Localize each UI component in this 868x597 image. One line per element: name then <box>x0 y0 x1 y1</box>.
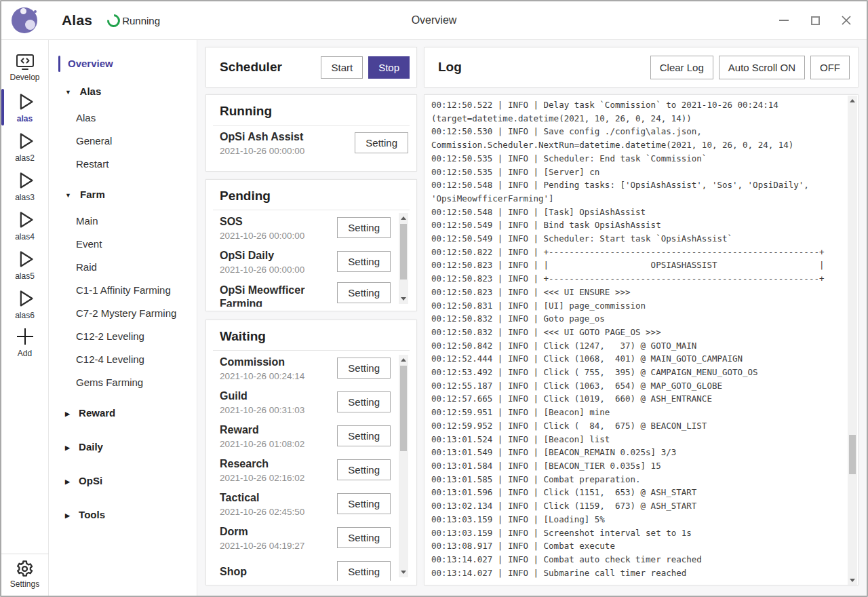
top-bar: Alas Running Overview <box>1 1 867 40</box>
setting-button[interactable]: Setting <box>337 459 391 480</box>
maximize-button[interactable] <box>810 15 821 26</box>
log-line: 00:12:52.444 | INFO | Click (1068, 401) … <box>431 352 846 366</box>
scroll-up-arrow-icon[interactable] <box>401 358 406 362</box>
log-line: 00:13:01.549 | INFO | [BEACON_REMAIN 0.0… <box>431 446 846 459</box>
log-title: Log <box>438 60 645 75</box>
scroll-down-arrow-icon[interactable] <box>401 571 406 574</box>
setting-button[interactable]: Setting <box>337 217 391 238</box>
sidebar-item-restart[interactable]: Restart <box>49 153 197 176</box>
scroll-up-arrow-icon[interactable] <box>401 216 406 220</box>
setting-button[interactable]: Setting <box>337 251 391 272</box>
log-line: 00:12:50.832 | INFO | Goto page_os <box>431 312 846 326</box>
log-line: 00:12:50.831 | INFO | [UI] page_commissi… <box>431 299 846 313</box>
sidebar-item-c12-4-leveling[interactable]: C12-4 Leveling <box>49 348 197 371</box>
setting-button[interactable]: Setting <box>337 391 391 412</box>
sidebar-item-general[interactable]: General <box>49 130 197 153</box>
log-line: 00:13:01.524 | INFO | [Beacon] list <box>431 433 846 446</box>
play-icon <box>15 91 35 113</box>
app-window: Alas Running Overview Develop <box>0 0 868 597</box>
task-name: Shop <box>220 565 337 579</box>
task-row: Reward 2021-10-26 01:08:02 Setting <box>206 419 416 452</box>
running-card: Running OpSi Ash Assist 2021-10-26 00:00… <box>205 94 417 172</box>
setting-button[interactable]: Setting <box>337 282 391 303</box>
setting-button[interactable]: Setting <box>337 527 391 548</box>
scrollbar-thumb[interactable] <box>849 435 856 474</box>
task-name: OpSi Daily <box>220 249 337 263</box>
sidebar-group-reward[interactable]: ▶ Reward <box>49 398 197 428</box>
stop-button[interactable]: Stop <box>368 56 410 79</box>
log-line: 00:12:50.823 | INFO | | OPSIASHASSIST | <box>431 258 846 272</box>
sidebar-item-alas[interactable]: Alas <box>49 107 197 130</box>
rail-item-alas4[interactable]: alas4 <box>1 206 49 245</box>
log-line: 00:13:03.159 | INFO | [Loading] 5% <box>431 513 846 526</box>
log-line: 00:12:59.952 | INFO | Click ( 84, 675) @… <box>431 419 846 433</box>
sidebar-item-event[interactable]: Event <box>49 233 197 256</box>
scheduler-title: Scheduler <box>220 60 315 75</box>
rail-item-alas5[interactable]: alas5 <box>1 245 49 284</box>
sidebar-item-main[interactable]: Main <box>49 210 197 233</box>
sidebar-group-opsi[interactable]: ▶ OpSi <box>49 466 197 496</box>
task-name: OpSi Meowfficer Farming <box>220 284 337 307</box>
setting-button[interactable]: Setting <box>337 358 391 379</box>
task-row: Commission 2021-10-26 00:24:14 Setting <box>206 351 416 385</box>
scroll-down-arrow-icon[interactable] <box>401 297 406 301</box>
sidebar-item-c12-2-leveling[interactable]: C12-2 Leveling <box>49 325 197 348</box>
task-time: 2021-10-26 00:00:00 <box>220 231 337 241</box>
rail-item-alas[interactable]: alas <box>1 88 49 127</box>
log-line: 00:13:03.159 | INFO | Screenshot interva… <box>431 526 846 540</box>
close-button[interactable] <box>841 15 852 26</box>
clear-log-button[interactable]: Clear Log <box>650 56 713 79</box>
rail-item-develop[interactable]: Develop <box>1 48 49 88</box>
setting-button[interactable]: Setting <box>355 132 408 153</box>
start-button[interactable]: Start <box>321 56 363 79</box>
task-row: OpSi Daily 2021-10-26 00:00:00 Setting <box>206 244 416 278</box>
log-line: 00:12:50.549 | INFO | Bind task OpsiAshA… <box>431 218 846 232</box>
task-name: Commission <box>220 355 337 369</box>
rail-item-alas6[interactable]: alas6 <box>1 284 49 324</box>
sidebar-item-overview[interactable]: Overview <box>49 55 197 73</box>
task-row: Guild 2021-10-26 00:31:03 Setting <box>206 385 416 419</box>
log-line: 00:12:53.492 | INFO | Click ( 755, 395) … <box>431 366 846 379</box>
app-title: Alas <box>62 12 92 28</box>
task-name: SOS <box>220 215 337 229</box>
minimize-button[interactable] <box>778 15 789 26</box>
setting-button[interactable]: Setting <box>337 425 391 446</box>
log-scrollbar[interactable] <box>848 96 857 585</box>
rail-item-alas2[interactable]: alas2 <box>1 127 49 166</box>
scrollbar-thumb[interactable] <box>400 224 407 280</box>
setting-button[interactable]: Setting <box>337 493 391 514</box>
log-line: 00:13:01.596 | INFO | Click (1151, 653) … <box>431 486 846 499</box>
sidebar-item-gems-farming[interactable]: Gems Farming <box>49 371 197 394</box>
task-name: OpSi Ash Assist <box>220 130 345 144</box>
scheduler-card: Scheduler Start Stop <box>205 47 417 88</box>
sidebar-item-c1-1-affinity-farming[interactable]: C1-1 Affinity Farming <box>49 279 197 302</box>
task-time: 2021-10-26 02:45:50 <box>220 507 337 517</box>
log-line: 00:12:50.549 | INFO | Scheduler: Start t… <box>431 232 846 246</box>
scroll-up-arrow-icon[interactable] <box>850 99 855 102</box>
task-row: Tactical 2021-10-26 02:45:50 Setting <box>206 486 416 520</box>
task-time: 2021-10-26 01:08:02 <box>220 439 337 449</box>
sidebar-group-farm[interactable]: ▼ Farm <box>49 180 197 210</box>
task-name: Tactical <box>220 491 337 505</box>
task-row: SOS 2021-10-26 00:00:00 Setting <box>206 210 416 244</box>
task-name: Research <box>220 457 337 471</box>
task-name: Guild <box>220 389 337 403</box>
sidebar-item-c7-2-mystery-farming[interactable]: C7-2 Mystery Farming <box>49 302 197 325</box>
rail-item-alas3[interactable]: alas3 <box>1 166 49 206</box>
scroll-down-arrow-icon[interactable] <box>850 579 855 582</box>
sidebar-group-tools[interactable]: ▶ Tools <box>49 500 197 530</box>
setting-button[interactable]: Setting <box>337 561 391 581</box>
sidebar-item-raid[interactable]: Raid <box>49 256 197 279</box>
auto-scroll-on-button[interactable]: Auto Scroll ON <box>719 56 805 79</box>
auto-scroll-off-button[interactable]: OFF <box>810 56 850 79</box>
sidebar-group-alas[interactable]: ▼ Alas <box>49 77 197 107</box>
pending-scrollbar[interactable] <box>399 213 408 304</box>
scrollbar-thumb[interactable] <box>400 366 407 451</box>
log-line: 00:12:55.187 | INFO | Click (1063, 654) … <box>431 379 846 393</box>
waiting-scrollbar[interactable] <box>399 355 408 577</box>
rail-item-add[interactable]: Add <box>1 324 49 363</box>
minimize-icon <box>779 20 789 21</box>
sidebar-group-daily[interactable]: ▶ Daily <box>49 432 197 462</box>
log-line: 00:12:50.823 | INFO | +-----------------… <box>431 272 846 286</box>
rail-item-settings[interactable]: Settings <box>1 554 49 596</box>
